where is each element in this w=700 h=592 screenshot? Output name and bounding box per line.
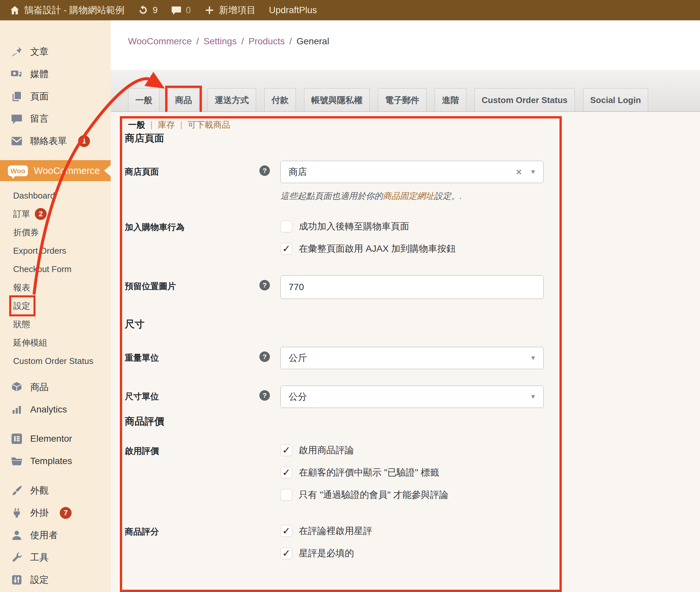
sidebar-item-label: 使用者: [30, 529, 58, 541]
sidebar-item-label: Elementor: [30, 434, 72, 444]
tab-advanced[interactable]: 進階: [435, 88, 466, 111]
breadcrumb-woocommerce-link[interactable]: WooCommerce: [128, 36, 192, 47]
breadcrumb-separator: /: [241, 36, 244, 47]
sidebar-item-comments[interactable]: 留言: [0, 108, 111, 130]
form-row-weight-unit: 重量單位 ? 公斤: [122, 347, 559, 369]
sidebar-item-appearance[interactable]: 外觀: [0, 480, 111, 502]
placeholder-image-input[interactable]: [280, 275, 544, 299]
tab-label: 一般: [135, 95, 152, 105]
sidebar-item-woocommerce[interactable]: Woo WooCommerce: [0, 160, 111, 181]
sidebar-item-media[interactable]: 媒體: [0, 63, 111, 85]
shop-page-select[interactable]: 商店: [280, 161, 544, 183]
sidebar-item-settings-general[interactable]: 設定: [0, 569, 111, 591]
note-text: 這些起點頁面也適用於你的: [280, 191, 383, 201]
checkbox-label: 在評論裡啟用星評: [299, 525, 372, 537]
field-label: 商品評分: [125, 525, 260, 538]
sidebar-item-tools[interactable]: 工具: [0, 546, 111, 569]
product-box-icon: [10, 380, 24, 394]
subnav-inventory-link[interactable]: 庫存: [158, 119, 175, 131]
tab-emails[interactable]: 電子郵件: [378, 88, 426, 111]
admin-bar-updates[interactable]: 9: [138, 5, 157, 16]
checkbox-checked[interactable]: [280, 466, 292, 479]
form-row-cart-behavior: 加入購物車行為 成功加入後轉至購物車頁面 在彙整頁面啟用 AJAX 加到購物車按…: [122, 220, 559, 255]
sidebar-item-contact-forms[interactable]: 聯絡表單 1: [0, 130, 111, 152]
header-band: WooCommerce / Settings / Products / Gene…: [111, 20, 700, 70]
sidebar-item-label: 延伸模組: [13, 337, 47, 348]
checkbox-checked[interactable]: [280, 444, 292, 456]
tab-social-login[interactable]: Social Login: [583, 88, 648, 111]
weight-unit-select[interactable]: 公斤: [280, 347, 544, 369]
checkbox-checked[interactable]: [280, 547, 292, 559]
sidebar-item-reports[interactable]: 報表: [0, 278, 111, 297]
help-icon[interactable]: ?: [260, 351, 270, 362]
sidebar-item-plugins[interactable]: 外掛 7: [0, 502, 111, 524]
subnav-separator: |: [180, 120, 183, 130]
admin-bar-updraftplus[interactable]: UpdraftPlus: [269, 5, 317, 15]
sidebar-item-checkout-form[interactable]: Checkout Form: [0, 260, 111, 278]
breadcrumb-products-link[interactable]: Products: [248, 36, 285, 47]
sidebar-item-label: 外觀: [30, 484, 49, 497]
admin-bar-new-item[interactable]: 新增項目: [204, 4, 256, 16]
subnav-downloadable-link[interactable]: 可下載商品: [188, 119, 231, 131]
tab-payments[interactable]: 付款: [264, 88, 296, 111]
admin-bar: 鵠崙設計 - 購物網站範例 9 0 新增項目 UpdraftPlus: [0, 0, 700, 20]
sidebar-item-templates[interactable]: Templates: [0, 450, 111, 472]
tab-label: 帳號與隱私權: [311, 95, 363, 105]
sidebar-item-posts[interactable]: 文章: [0, 41, 111, 63]
sidebar-item-label: 設定: [13, 300, 30, 312]
admin-bar-comments[interactable]: 0: [171, 5, 191, 16]
help-icon[interactable]: ?: [260, 390, 270, 401]
checkbox-checked[interactable]: [280, 243, 292, 255]
admin-bar-site-menu[interactable]: 鵠崙設計 - 購物網站範例: [9, 4, 125, 16]
help-icon[interactable]: ?: [260, 280, 270, 290]
sidebar-item-settings[interactable]: 設定: [0, 297, 111, 315]
weight-unit-value: 公斤: [289, 352, 307, 364]
plus-icon: [204, 5, 215, 16]
form-row-enable-reviews: 啟用評價 啟用商品評論 在顧客的評價中顯示 "已驗證" 標籤 只有 "通過驗證的…: [122, 444, 559, 501]
comment-icon: [10, 112, 24, 126]
help-icon[interactable]: ?: [260, 165, 270, 176]
sidebar-item-products[interactable]: 商品: [0, 376, 111, 398]
sidebar-item-label: Custom Order Status: [13, 356, 93, 366]
clear-selection-icon[interactable]: [516, 166, 522, 178]
checkbox-row-redirect-cart: 成功加入後轉至購物車頁面: [280, 220, 544, 233]
breadcrumb-settings-link[interactable]: Settings: [203, 36, 237, 47]
tab-custom-order-status[interactable]: Custom Order Status: [474, 88, 575, 111]
tab-shipping[interactable]: 運送方式: [207, 88, 256, 111]
checkbox-unchecked[interactable]: [280, 220, 292, 232]
update-count: 9: [153, 5, 157, 15]
settings-tab-strip: 一般 商品 運送方式 付款 帳號與隱私權 電子郵件 進階 Custom Orde…: [111, 70, 700, 112]
plugins-badge: 7: [60, 507, 72, 519]
sidebar-item-pages[interactable]: 頁面: [0, 85, 111, 108]
sidebar-item-label: WooCommerce: [34, 165, 100, 176]
checkbox-unchecked[interactable]: [280, 489, 292, 501]
checkbox-checked[interactable]: [280, 525, 292, 537]
sidebar-item-orders[interactable]: 訂單 2: [0, 205, 111, 223]
checkbox-label: 只有 "通過驗證的會員" 才能參與評論: [299, 489, 448, 501]
field-label: 商店頁面: [125, 161, 260, 178]
sidebar-item-coupons[interactable]: 折價券: [0, 223, 111, 242]
comment-icon: [171, 5, 182, 16]
sidebar-item-status[interactable]: 狀態: [0, 315, 111, 333]
sidebar-item-label: 媒體: [30, 68, 49, 81]
folder-icon: [10, 454, 24, 468]
product-permalink-link[interactable]: 商品固定網址: [383, 191, 434, 201]
sidebar-item-label: 商品: [30, 381, 49, 393]
dimension-unit-select[interactable]: 公分: [280, 386, 544, 408]
sidebar-item-extensions[interactable]: 延伸模組: [0, 333, 111, 352]
sidebar-item-custom-order-status[interactable]: Custom Order Status: [0, 352, 111, 370]
sidebar-item-dashboard[interactable]: Dashboard: [0, 186, 111, 205]
shop-page-note: 這些起點頁面也適用於你的商品固定網址設定。.: [280, 190, 544, 202]
sidebar-item-label: 留言: [30, 112, 49, 125]
sidebar-item-export-orders[interactable]: Export Orders: [0, 242, 111, 260]
sidebar-item-analytics[interactable]: Analytics: [0, 398, 111, 421]
tab-products[interactable]: 商品: [168, 88, 199, 111]
form-row-product-ratings: 商品評分 在評論裡啟用星評 星評是必填的: [122, 525, 559, 559]
chevron-down-icon: [530, 393, 536, 400]
sidebar-item-users[interactable]: 使用者: [0, 524, 111, 546]
field-label: 啟用評價: [125, 444, 260, 457]
tab-general[interactable]: 一般: [128, 88, 159, 111]
sidebar-item-elementor[interactable]: Elementor: [0, 428, 111, 450]
section-title-shop-pages: 商店頁面: [125, 131, 559, 145]
tab-accounts-privacy[interactable]: 帳號與隱私權: [304, 88, 370, 111]
